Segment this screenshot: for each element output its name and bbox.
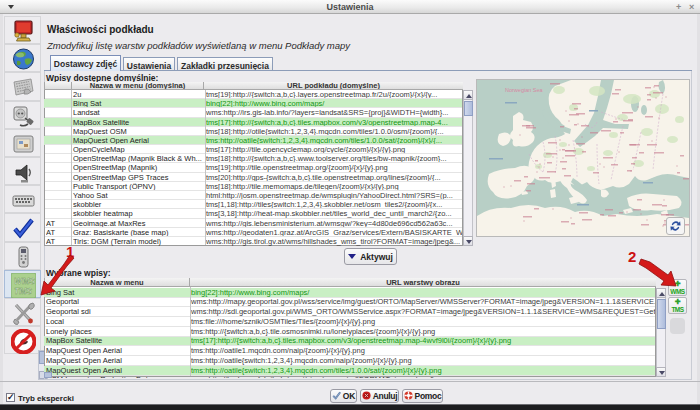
svg-text:WMS: WMS [14, 275, 35, 285]
svg-text:TMS: TMS [14, 286, 32, 296]
svg-text:Norwegian Sea: Norwegian Sea [505, 87, 544, 93]
